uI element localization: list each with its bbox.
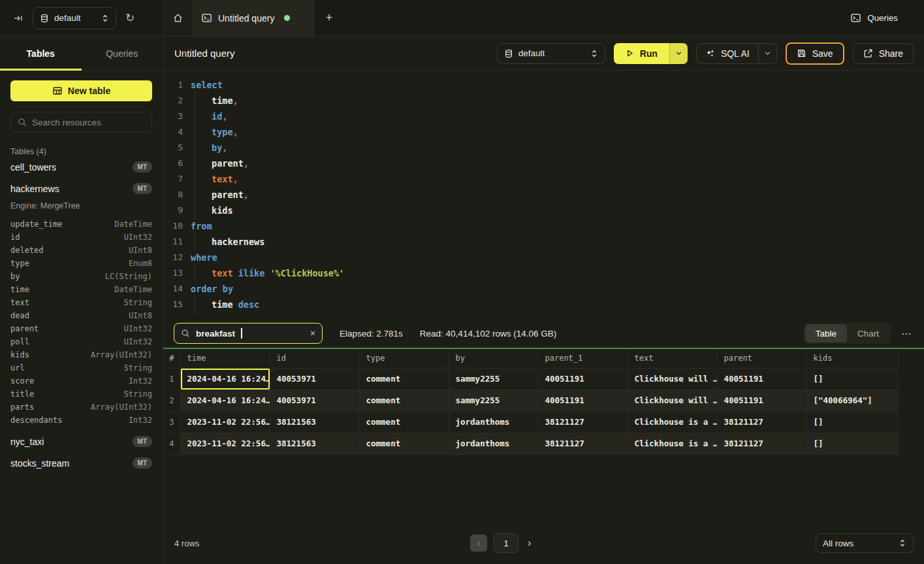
home-tab[interactable] <box>163 0 192 36</box>
table-cell[interactable]: 40053971 <box>270 390 359 411</box>
table-row[interactable]: 12024-04-16 16:24…40053971commentsammy22… <box>163 368 898 390</box>
code-line[interactable]: 5by, <box>170 140 924 156</box>
table-cell[interactable]: Clickhouse will … <box>628 368 717 390</box>
table-cell[interactable]: Clickhouse is a … <box>628 433 717 454</box>
table-cell[interactable]: 38121127 <box>717 411 806 433</box>
code-line[interactable]: 11hackernews <box>170 234 924 250</box>
tab-queries[interactable]: Queries <box>82 37 163 70</box>
code-line[interactable]: 9kids <box>170 203 924 218</box>
row-number-cell[interactable]: 1 <box>163 368 180 390</box>
table-cell[interactable]: 38121127 <box>538 411 628 433</box>
table-cell[interactable]: sammy2255 <box>449 368 538 390</box>
tab-tables[interactable]: Tables <box>0 37 82 70</box>
column-header[interactable]: kids <box>806 349 898 368</box>
clear-search-button[interactable]: × <box>310 328 315 339</box>
row-number-cell[interactable]: 2 <box>163 390 180 411</box>
sql-editor[interactable]: 1select2time,3id,4type,5by,6parent,7text… <box>163 71 924 319</box>
line-number: 9 <box>170 203 183 218</box>
column-header[interactable]: type <box>359 349 449 368</box>
row-number-cell[interactable]: 3 <box>163 411 180 433</box>
table-cell[interactable]: sammy2255 <box>449 390 538 411</box>
row-number-cell[interactable]: 4 <box>163 433 180 454</box>
column-header[interactable]: text <box>628 349 717 368</box>
table-cell[interactable]: Clickhouse will … <box>628 390 717 411</box>
column-name: by <box>10 270 20 283</box>
table-cell[interactable]: 40051191 <box>538 390 628 411</box>
view-toggle-chart[interactable]: Chart <box>847 324 889 342</box>
table-cell[interactable]: 2024-04-16 16:24… <box>180 368 270 390</box>
table-cell[interactable]: 40051191 <box>538 368 628 390</box>
table-cell[interactable]: comment <box>359 433 449 454</box>
table-row[interactable]: 22024-04-16 16:24…40053971commentsammy22… <box>163 390 898 411</box>
column-header[interactable]: id <box>270 349 359 368</box>
table-cell[interactable]: jordanthoms <box>449 411 538 433</box>
database-selector[interactable]: default <box>33 7 116 29</box>
code-line[interactable]: 15time desc <box>170 297 924 312</box>
line-number: 14 <box>170 281 183 297</box>
code-line[interactable]: 6parent, <box>170 156 924 171</box>
refresh-button[interactable]: ↻ <box>125 11 135 25</box>
sidebar-table-item[interactable]: cell_towersMT <box>10 156 152 178</box>
table-cell[interactable]: comment <box>359 390 449 411</box>
table-cell[interactable]: ["40066964"] <box>806 390 898 411</box>
view-toggle-table[interactable]: Table <box>805 324 847 342</box>
column-header[interactable]: by <box>449 349 538 368</box>
table-cell[interactable]: 40051191 <box>717 368 806 390</box>
table-cell[interactable]: 38121127 <box>717 433 806 454</box>
collapse-sidebar-button[interactable] <box>13 13 24 24</box>
table-cell[interactable]: 2023-11-02 22:56… <box>180 433 270 454</box>
run-options-button[interactable] <box>669 43 688 64</box>
sidebar-table-item[interactable]: nyc_taxiMT <box>10 431 152 452</box>
table-cell[interactable]: [] <box>806 433 898 454</box>
new-table-button[interactable]: New table <box>10 80 152 101</box>
table-cell[interactable]: comment <box>359 411 449 433</box>
new-tab-button[interactable]: + <box>315 0 343 36</box>
table-cell[interactable]: 2023-11-02 22:56… <box>180 411 270 433</box>
column-header[interactable]: time <box>180 349 270 368</box>
table-cell[interactable]: [] <box>806 411 898 433</box>
column-header[interactable]: # <box>163 349 180 368</box>
table-cell[interactable]: jordanthoms <box>449 433 538 454</box>
code-line[interactable]: 8parent, <box>170 187 924 203</box>
table-cell[interactable]: 38121127 <box>538 433 628 454</box>
page-number[interactable]: 1 <box>494 533 518 553</box>
code-line[interactable]: 2time, <box>170 93 924 108</box>
code-line[interactable]: 10from <box>170 218 924 234</box>
code-line[interactable]: 4type, <box>170 124 924 140</box>
column-header[interactable]: parent <box>717 349 806 368</box>
code-line[interactable]: 1select <box>170 77 924 93</box>
table-cell[interactable]: Clickhouse is a … <box>628 411 717 433</box>
table-cell[interactable]: 40053971 <box>270 368 359 390</box>
sql-ai-options-button[interactable] <box>758 44 776 63</box>
tab-untitled-query[interactable]: Untitled query <box>192 0 315 36</box>
table-cell[interactable]: 38121563 <box>270 433 359 454</box>
code-line[interactable]: 3id, <box>170 108 924 124</box>
code-line[interactable]: 14order by <box>170 281 924 297</box>
column-header[interactable]: parent_1 <box>538 349 628 368</box>
save-button[interactable]: Save <box>786 42 844 65</box>
query-database-selector[interactable]: default <box>497 43 605 64</box>
page-size-selector[interactable]: All rows <box>816 533 914 553</box>
sidebar-table-item[interactable]: stocks_streamMT <box>10 452 152 474</box>
table-row[interactable]: 32023-11-02 22:56…38121563commentjordant… <box>163 411 898 433</box>
table-cell[interactable]: comment <box>359 368 449 390</box>
sql-ai-button[interactable]: SQL AI <box>697 44 758 63</box>
queries-nav-button[interactable]: Queries <box>850 12 898 24</box>
save-icon <box>797 48 806 58</box>
run-button[interactable]: Run <box>614 43 669 64</box>
code-line[interactable]: 13text ilike '%ClickHouse%' <box>170 265 924 281</box>
table-cell[interactable]: 40051191 <box>717 390 806 411</box>
code-line[interactable]: 12where <box>170 250 924 265</box>
sidebar-table-item[interactable]: hackernewsMT <box>10 178 152 199</box>
table-cell[interactable]: 2024-04-16 16:24… <box>180 390 270 411</box>
prev-page-button[interactable]: ‹ <box>470 535 487 552</box>
table-row[interactable]: 42023-11-02 22:56…38121563commentjordant… <box>163 433 898 454</box>
table-cell[interactable]: [] <box>806 368 898 390</box>
result-search-input[interactable]: breakfast × <box>174 323 323 344</box>
table-cell[interactable]: 38121563 <box>270 411 359 433</box>
sidebar-search-input[interactable] <box>32 118 145 127</box>
code-line[interactable]: 7text, <box>170 171 924 187</box>
more-options-button[interactable]: ⋯ <box>901 327 912 340</box>
share-button[interactable]: Share <box>853 43 914 64</box>
next-page-button[interactable]: › <box>525 537 534 549</box>
